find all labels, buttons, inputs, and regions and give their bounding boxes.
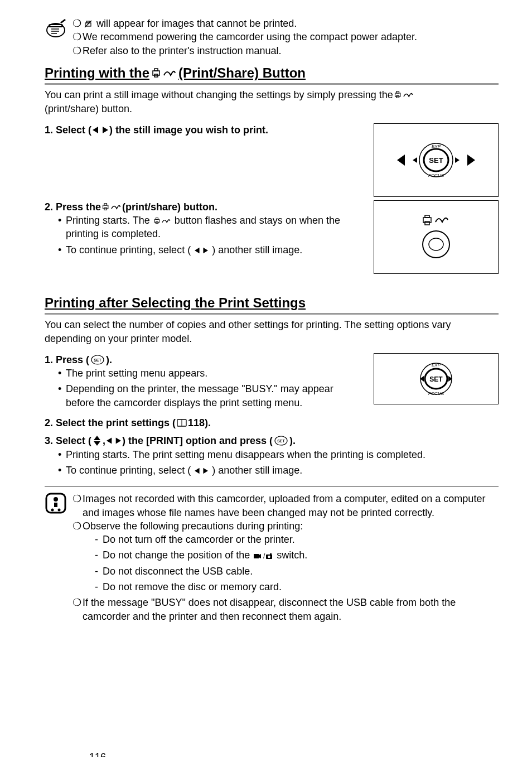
svg-rect-9 — [154, 69, 158, 71]
svg-rect-29 — [156, 218, 158, 220]
svg-rect-26 — [104, 204, 107, 205]
svg-marker-16 — [397, 155, 405, 166]
svg-rect-1 — [49, 25, 62, 27]
set-dial-figure-small: SET EXP FOCUS — [374, 353, 499, 404]
print-share-button-figure — [374, 200, 499, 274]
section2-step1: 1. Press ( SET ). •The print setting men… — [45, 353, 499, 412]
caution-2: Observe the following precautions during… — [83, 519, 303, 533]
svg-rect-34 — [425, 215, 429, 218]
print-share-icon — [154, 217, 171, 225]
section2-step3: 3. Select ( , ) the [PRINT] option and p… — [45, 434, 499, 447]
up-down-arrows-icon — [93, 436, 101, 446]
svg-text:EXP: EXP — [432, 363, 441, 368]
page-ref-icon — [177, 419, 187, 427]
svg-rect-67 — [270, 553, 272, 555]
svg-text:FOCUS: FOCUS — [428, 173, 444, 178]
print-share-icon — [152, 67, 176, 79]
page-number: 116 — [89, 750, 106, 757]
movie-photo-switch-icon: / — [254, 552, 273, 560]
left-right-arrows-icon — [195, 247, 208, 254]
svg-marker-32 — [204, 248, 209, 253]
svg-marker-24 — [455, 157, 460, 163]
caution-2a: Do not turn off the camcorder or the pri… — [103, 533, 295, 546]
caution-block: ❍Images not recorded with this camcorder… — [45, 492, 499, 623]
svg-rect-59 — [54, 503, 57, 507]
left-right-arrows-icon — [93, 126, 108, 134]
notepad-icon — [45, 17, 67, 42]
svg-marker-17 — [467, 155, 475, 166]
svg-marker-52 — [116, 438, 121, 444]
svg-marker-50 — [94, 441, 100, 446]
set-circle-icon: SET — [274, 436, 288, 446]
svg-rect-28 — [154, 220, 159, 223]
section1-intro: You can print a still image without chan… — [45, 88, 499, 115]
svg-text:SET: SET — [429, 375, 443, 383]
svg-rect-8 — [153, 71, 159, 75]
svg-marker-56 — [204, 468, 209, 474]
divider — [45, 486, 499, 486]
svg-marker-51 — [107, 438, 112, 444]
section1-step2: 2. Press the (print/share) button. • Pri… — [45, 200, 499, 274]
caution-2c: Do not disconnect the USB cable. — [103, 565, 253, 578]
step1-bullet2: Depending on the printer, the message "B… — [66, 382, 362, 409]
svg-marker-23 — [413, 157, 417, 163]
svg-point-36 — [423, 231, 449, 258]
tips-note-body: ❍ will appear for images that cannot be … — [72, 17, 499, 57]
svg-point-61 — [58, 509, 61, 512]
svg-text:SET: SET — [94, 358, 101, 362]
left-right-arrows-icon — [107, 437, 121, 445]
caution-icon — [45, 492, 67, 518]
svg-text:/: / — [263, 552, 265, 560]
set-circle-icon: SET — [90, 355, 105, 365]
note-1: will appear for images that cannot be pr… — [96, 18, 297, 29]
svg-marker-15 — [103, 127, 108, 133]
section-title-print-share: Printing with the (Print/Share) Button — [45, 64, 499, 85]
svg-rect-12 — [396, 91, 399, 93]
svg-point-60 — [51, 509, 54, 512]
note-3: Refer also to the printer's instruction … — [83, 44, 282, 57]
tips-note-block: ❍ will appear for images that cannot be … — [45, 17, 499, 57]
svg-text:SET: SET — [429, 156, 443, 165]
svg-marker-31 — [195, 248, 200, 253]
svg-text:FOCUS: FOCUS — [428, 391, 444, 396]
svg-text:EXP: EXP — [432, 144, 441, 149]
svg-marker-14 — [93, 127, 98, 133]
caution-1: Images not recorded with this camcorder,… — [83, 492, 499, 519]
step1-bullet1: The print setting menu appears. — [66, 367, 207, 380]
section2-step2: 2. Select the print settings ( 118). — [45, 416, 499, 430]
svg-point-37 — [429, 238, 443, 250]
svg-rect-62 — [254, 554, 259, 558]
svg-point-58 — [54, 497, 58, 502]
no-print-icon — [84, 20, 93, 28]
left-right-arrows-icon — [195, 467, 208, 474]
svg-rect-35 — [425, 221, 429, 225]
print-share-icon — [102, 202, 121, 211]
svg-rect-25 — [103, 205, 108, 209]
note-2: We recommend powering the camcorder usin… — [83, 30, 417, 44]
print-share-icon — [394, 90, 413, 99]
svg-point-66 — [268, 555, 270, 557]
svg-text:SET: SET — [277, 439, 285, 443]
svg-marker-55 — [195, 468, 200, 474]
section2-intro: You can select the number of copies and … — [45, 318, 499, 345]
section1-step1: 1. Select ( ) the still image you wish t… — [45, 123, 499, 197]
svg-marker-49 — [94, 436, 100, 440]
step3-bullet1: Printing starts. The print setting menu … — [66, 448, 425, 461]
svg-rect-11 — [395, 93, 400, 97]
caution-3: If the message "BUSY" does not disappear… — [83, 596, 499, 623]
svg-marker-63 — [259, 554, 261, 558]
set-dial-figure: SET EXP FOCUS — [374, 123, 499, 197]
caution-2d: Do not remove the disc or memory card. — [103, 580, 282, 594]
section-title-print-settings: Printing after Selecting the Print Setti… — [45, 294, 499, 315]
